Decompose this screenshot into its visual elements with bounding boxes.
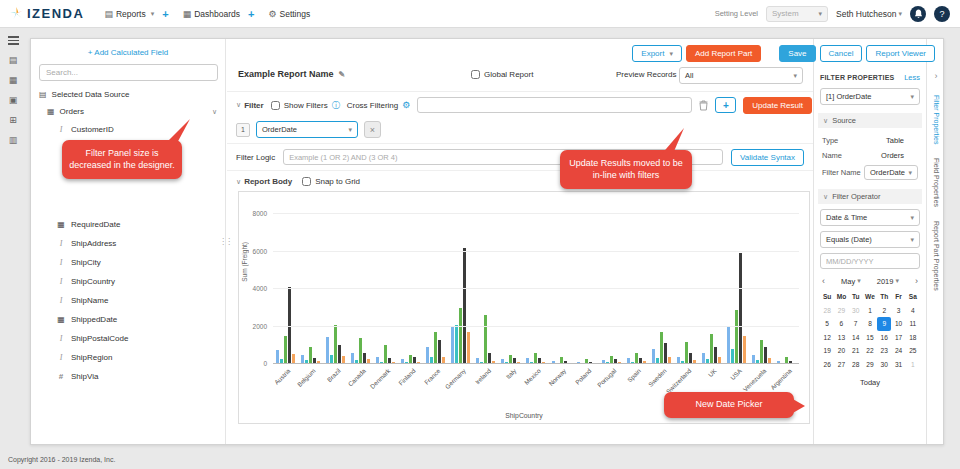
cancel-button[interactable]: Cancel [820, 45, 863, 62]
save-button[interactable]: Save [779, 45, 815, 62]
export-panel-icon[interactable]: ⊞ [9, 116, 17, 125]
bar-series-4[interactable] [664, 343, 667, 364]
field-item-RequiredDate[interactable]: ▦RequiredDate [31, 215, 225, 234]
global-report-input[interactable] [471, 70, 480, 79]
bar-series-3[interactable] [384, 345, 387, 364]
menu-icon[interactable] [8, 36, 19, 45]
bar-series-1[interactable] [426, 347, 429, 364]
calendar-day[interactable]: 26 [820, 358, 834, 372]
validate-syntax-button[interactable]: Validate Syntax [731, 149, 804, 166]
calendar-day[interactable]: 3 [891, 304, 905, 318]
bar-series-5[interactable] [743, 336, 746, 364]
calendar-day[interactable]: 30 [877, 358, 891, 372]
filter-field-select[interactable]: OrderDate ▾ [256, 121, 358, 138]
bar-series-4[interactable] [714, 347, 717, 364]
new-dashboard-button[interactable]: + [248, 8, 254, 20]
operator-category-select[interactable]: Date & Time ▾ [820, 209, 920, 226]
bar-series-3[interactable] [434, 332, 437, 364]
less-link[interactable]: Less [904, 73, 920, 82]
nav-reports[interactable]: ▤ Reports ▾ [104, 9, 154, 19]
calendar-day[interactable]: 28 [820, 304, 834, 318]
export-button[interactable]: Export ▾ [632, 45, 682, 62]
bar-series-3[interactable] [459, 308, 462, 364]
snap-to-grid-checkbox[interactable]: Snap to Grid [302, 177, 360, 186]
user-menu[interactable]: Seth Hutcheson ▾ [836, 9, 902, 19]
bar-series-4[interactable] [338, 345, 341, 364]
field-item-ShipRegion[interactable]: IShipRegion [31, 348, 225, 367]
notifications-button[interactable] [910, 6, 926, 22]
selected-data-source-node[interactable]: ▤ Selected Data Source [31, 86, 225, 103]
field-item-ShipCountry[interactable]: IShipCountry [31, 272, 225, 291]
filter-section-toggle[interactable]: ∨ Filter [236, 101, 264, 110]
bar-series-2[interactable] [455, 325, 458, 364]
calendar-day[interactable]: 29 [863, 358, 877, 372]
cross-filtering-control[interactable]: Cross Filtering ⚙ [347, 100, 411, 110]
calendar-day[interactable]: 21 [849, 344, 863, 358]
new-report-button[interactable]: + [162, 8, 168, 20]
filter-name-select[interactable]: OrderDate ▾ [864, 165, 918, 180]
bar-series-1[interactable] [276, 350, 279, 364]
collapse-panel-icon[interactable]: › [935, 71, 938, 81]
update-result-button[interactable]: Update Result [743, 97, 812, 114]
today-button[interactable]: Today [860, 378, 880, 387]
calendar-day[interactable]: 2 [877, 304, 891, 318]
bar-series-4[interactable] [739, 253, 742, 364]
calendar-day[interactable]: 13 [834, 331, 848, 345]
calendar-day[interactable]: 12 [820, 331, 834, 345]
edit-name-icon[interactable]: ✎ [339, 70, 346, 79]
calendar-day-selected[interactable]: 9 [877, 317, 891, 331]
field-item-ShipName[interactable]: IShipName [31, 291, 225, 310]
calendar-day[interactable]: 24 [891, 344, 905, 358]
calendar-day[interactable]: 1 [863, 304, 877, 318]
add-report-part-button[interactable]: Add Report Part [686, 45, 761, 62]
date-value-input[interactable] [820, 253, 920, 269]
bar-series-2[interactable] [731, 349, 734, 364]
field-item-ShippedDate[interactable]: ▦ShippedDate [31, 310, 225, 329]
nav-settings[interactable]: ⚙ Settings [268, 9, 310, 19]
field-item-ShipVia[interactable]: #ShipVia [31, 367, 225, 386]
calendar-day[interactable]: 30 [849, 304, 863, 318]
calendar-day[interactable]: 14 [849, 331, 863, 345]
calendar-day[interactable]: 10 [891, 317, 905, 331]
report-viewer-button[interactable]: Report Viewer [866, 45, 935, 62]
calendar-day[interactable]: 17 [891, 331, 905, 345]
calendar-day[interactable]: 8 [863, 317, 877, 331]
tab-field-properties[interactable]: Field Properties [933, 158, 940, 207]
calendar-day[interactable]: 27 [834, 358, 848, 372]
calendar-day[interactable]: 20 [834, 344, 848, 358]
design-grid-icon[interactable]: ▦ [9, 76, 18, 85]
filter-operator-section-header[interactable]: ∨ Filter Operator [818, 189, 922, 204]
bar-series-3[interactable] [284, 336, 287, 364]
field-item-CustomerID[interactable]: ICustomerID [31, 120, 225, 139]
calendar-day[interactable]: 23 [877, 344, 891, 358]
calendar-day[interactable]: 7 [849, 317, 863, 331]
preview-records-select[interactable]: All ▾ [679, 67, 803, 84]
bar-series-4[interactable] [764, 347, 767, 364]
tab-report-part-properties[interactable]: Report Part Properties [933, 221, 940, 291]
cross-filtering-gear-icon[interactable]: ⚙ [402, 100, 410, 110]
bar-series-3[interactable] [334, 325, 337, 364]
snap-to-grid-input[interactable] [302, 177, 311, 186]
calendar-day[interactable]: 5 [820, 317, 834, 331]
setting-level-select[interactable]: System ▾ [766, 6, 828, 22]
bar-series-1[interactable] [652, 349, 655, 364]
info-icon[interactable]: ⓘ [332, 100, 340, 111]
chevron-down-icon[interactable]: ∨ [212, 108, 217, 116]
calendar-month-select[interactable]: May ▾ [841, 277, 861, 286]
report-body-toggle[interactable]: ∨ Report Body [236, 177, 292, 186]
calendar-day[interactable]: 11 [906, 317, 920, 331]
bar-series-3[interactable] [309, 347, 312, 364]
calendar-day[interactable]: 25 [906, 344, 920, 358]
calendar-day[interactable]: 15 [863, 331, 877, 345]
tab-filter-properties[interactable]: Filter Properties [933, 95, 940, 144]
calendar-day[interactable]: 1 [906, 358, 920, 372]
show-filters-checkbox[interactable]: Show Filters ⓘ [271, 100, 340, 111]
bar-series-3[interactable] [735, 310, 738, 364]
source-section-header[interactable]: ∨ Source [818, 113, 922, 128]
calendar-day[interactable]: 29 [834, 304, 848, 318]
checklist-icon[interactable]: ▣ [9, 96, 18, 105]
operator-select[interactable]: Equals (Date) ▾ [820, 231, 920, 248]
delete-filters-button[interactable] [699, 100, 708, 111]
calendar-day[interactable]: 4 [906, 304, 920, 318]
chart-report-part[interactable]: Sum (Freight) 02000400060008000 AustriaB… [238, 191, 810, 424]
